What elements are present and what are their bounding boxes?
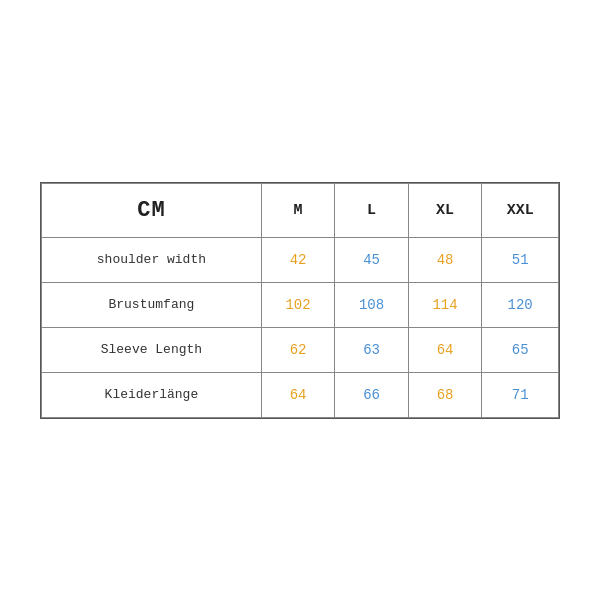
cell-l: 66 [335,372,409,417]
cell-m: 42 [261,237,335,282]
cell-xl: 68 [408,372,482,417]
table-row: Sleeve Length62636465 [42,327,559,372]
row-label: Brustumfang [42,282,262,327]
cell-l: 108 [335,282,409,327]
table-row: Kleiderlänge64666871 [42,372,559,417]
row-label: Kleiderlänge [42,372,262,417]
cell-xxl: 120 [482,282,559,327]
cm-header: CM [42,183,262,237]
size-table: CM M L XL XXL shoulder width42454851Brus… [41,183,559,418]
table-row: Brustumfang102108114120 [42,282,559,327]
m-header: M [261,183,335,237]
cell-xxl: 65 [482,327,559,372]
table-row: shoulder width42454851 [42,237,559,282]
cell-xxl: 71 [482,372,559,417]
row-label: shoulder width [42,237,262,282]
header-row: CM M L XL XXL [42,183,559,237]
xl-header: XL [408,183,482,237]
l-header: L [335,183,409,237]
xxl-header: XXL [482,183,559,237]
cell-m: 64 [261,372,335,417]
cell-m: 62 [261,327,335,372]
cell-l: 63 [335,327,409,372]
cell-xxl: 51 [482,237,559,282]
size-table-container: CM M L XL XXL shoulder width42454851Brus… [40,182,560,419]
row-label: Sleeve Length [42,327,262,372]
cell-xl: 114 [408,282,482,327]
cell-xl: 64 [408,327,482,372]
cell-l: 45 [335,237,409,282]
cell-xl: 48 [408,237,482,282]
cell-m: 102 [261,282,335,327]
